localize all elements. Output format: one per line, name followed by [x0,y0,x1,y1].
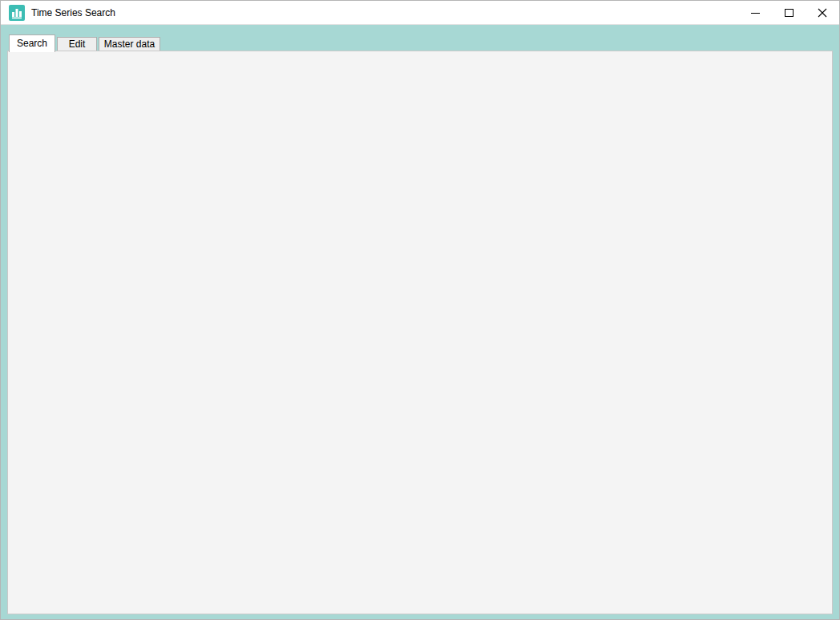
tab-search-label: Search [17,38,47,49]
title-bar: Time Series Search [1,1,839,25]
tab-search[interactable]: Search [9,34,55,52]
minimize-icon [751,13,760,14]
minimize-button[interactable] [738,1,772,25]
maximize-icon [785,9,794,17]
search-tab-page [7,51,833,614]
close-icon [818,8,827,18]
app-window: Time Series Search Search Edit Master da… [0,0,840,620]
close-button[interactable] [806,1,839,25]
tab-master-data-label: Master data [104,38,155,50]
tab-edit-label: Edit [69,38,86,50]
app-icon [9,5,25,21]
maximize-button[interactable] [772,1,806,25]
window-title: Time Series Search [31,7,115,18]
tab-edit[interactable]: Edit [57,37,97,51]
tab-master-data[interactable]: Master data [99,37,160,51]
tab-strip: Search Edit Master data [1,25,839,51]
